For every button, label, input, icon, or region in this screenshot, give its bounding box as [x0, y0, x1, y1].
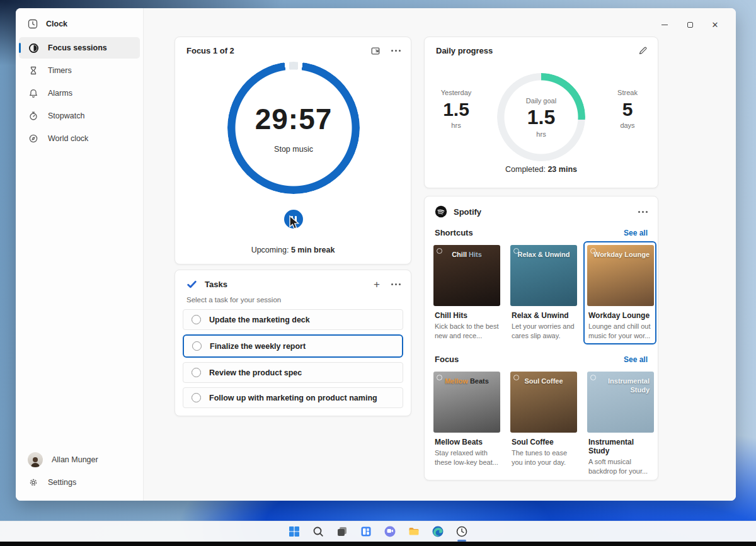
goal-label: Daily goal — [526, 97, 556, 105]
playlist-title: Instrumental Study — [587, 438, 653, 455]
upcoming-break-text: Upcoming: 5 min break — [175, 246, 411, 254]
sidebar-item-label: Timers — [48, 66, 72, 75]
task-row[interactable]: Follow up with marketing on product nami… — [183, 387, 403, 408]
maximize-button[interactable] — [680, 17, 699, 32]
search-icon[interactable] — [311, 524, 326, 539]
playlist-tile-mellow-beats[interactable]: Mellow Beats Mellow Beats Stay relaxed w… — [430, 368, 503, 480]
sidebar-item-focus-sessions[interactable]: Focus sessions — [19, 37, 140, 59]
playlist-title: Soul Coffee — [510, 438, 576, 446]
playlist-tile-soul-coffee[interactable]: Soul Coffee Soul Coffee The tunes to eas… — [507, 368, 580, 480]
sidebar-item-world-clock[interactable]: World clock — [19, 128, 140, 149]
sidebar-item-label: Focus sessions — [48, 43, 107, 52]
close-button[interactable]: ✕ — [706, 17, 724, 32]
task-label: Follow up with marketing on product nami… — [209, 394, 377, 402]
playlist-title: Mellow Beats — [433, 438, 499, 446]
clock-window: ✕ Clock Focus sessions Timers Alarms — [16, 8, 736, 501]
playlist-desc: A soft musical backdrop for your... — [587, 457, 653, 476]
tasks-subtitle: Select a task for your session — [175, 290, 411, 304]
focus-section-label: Focus — [435, 355, 459, 364]
task-label: Finalize the weekly report — [210, 342, 306, 351]
focus-timer-ring: 29:57 Stop music — [227, 62, 360, 194]
clock-app-taskbar-icon[interactable] — [454, 524, 469, 539]
todo-check-icon — [186, 279, 197, 290]
playlist-art: Chill Hits — [433, 245, 500, 306]
sidebar-footer: Allan Munger Settings — [16, 448, 143, 494]
stop-music-toggle[interactable]: Stop music — [274, 145, 313, 154]
sidebar-item-alarms[interactable]: Alarms — [19, 82, 140, 104]
playlist-tile-instrumental-study[interactable]: Instrumental Study Instrumental Study A … — [583, 368, 656, 480]
playlist-title: Relax & Unwind — [510, 311, 576, 320]
minimize-button[interactable] — [655, 17, 674, 32]
shortcuts-section-label: Shortcuts — [435, 228, 473, 237]
goal-value: 1.5 — [527, 106, 555, 129]
task-radio[interactable] — [192, 341, 202, 351]
playlist-desc: Lounge and chill out music for your wor.… — [587, 322, 653, 341]
playlist-tile-relax-unwind[interactable]: Relax & Unwind Relax & Unwind Let your w… — [507, 241, 580, 344]
start-button[interactable] — [287, 524, 302, 539]
focus-sessions-icon — [28, 42, 39, 54]
task-view-icon[interactable] — [335, 524, 350, 539]
window-controls: ✕ — [655, 17, 724, 32]
gear-icon — [28, 477, 39, 488]
streak-stat: Streak 5 days — [601, 89, 654, 129]
close-icon: ✕ — [712, 21, 719, 29]
playlist-tile-chill-hits[interactable]: Chill Hits Chill Hits Kick back to the b… — [430, 241, 503, 344]
playlist-tile-workday-lounge-selected[interactable]: Workday Lounge Workday Lounge Lounge and… — [583, 241, 656, 344]
spotify-menu-button[interactable] — [638, 211, 648, 213]
bell-icon — [28, 88, 39, 99]
focus-card-menu-button[interactable] — [391, 50, 401, 52]
compact-view-button[interactable] — [371, 47, 380, 55]
task-row-selected[interactable]: Finalize the weekly report — [183, 334, 403, 358]
sidebar-item-label: World clock — [48, 134, 88, 143]
playlist-art: Mellow Beats — [433, 372, 500, 433]
completed-text: Completed: 23 mins — [425, 165, 658, 174]
tasks-menu-button[interactable] — [391, 283, 401, 285]
focus-session-card: Focus 1 of 2 29:57 Stop music — [175, 37, 411, 264]
sidebar-item-stopwatch[interactable]: Stopwatch — [19, 105, 140, 127]
avatar — [28, 452, 43, 467]
maximize-icon — [687, 22, 693, 28]
shortcuts-see-all-link[interactable]: See all — [624, 229, 648, 237]
sidebar-item-timers[interactable]: Timers — [19, 60, 140, 81]
playlist-title: Chill Hits — [433, 311, 499, 320]
file-explorer-icon[interactable] — [406, 524, 421, 539]
tasks-card-title: Tasks — [205, 280, 227, 289]
sidebar-item-settings[interactable]: Settings — [19, 472, 140, 493]
task-radio[interactable] — [192, 368, 201, 377]
task-radio[interactable] — [192, 315, 201, 324]
spotify-card: Spotify Shortcuts See all Chill Hits Chi… — [424, 196, 658, 481]
task-label: Update the marketing deck — [209, 316, 310, 324]
daily-progress-title: Daily progress — [436, 46, 493, 55]
edge-browser-icon[interactable] — [430, 524, 445, 539]
edit-goal-button[interactable] — [638, 46, 648, 55]
yesterday-stat: Yesterday 1.5 hrs — [430, 89, 483, 129]
focus-card-title: Focus 1 of 2 — [186, 46, 234, 55]
task-radio[interactable] — [192, 393, 201, 402]
mouse-cursor — [288, 215, 302, 233]
screen-bottom-strip — [0, 542, 756, 546]
time-remaining: 29:57 — [255, 102, 333, 136]
stopwatch-icon — [28, 110, 39, 122]
user-name: Allan Munger — [52, 455, 98, 464]
sidebar: Clock Focus sessions Timers Alarms Stopw… — [16, 8, 144, 501]
task-row[interactable]: Review the product spec — [183, 362, 403, 383]
playlist-title: Workday Lounge — [587, 311, 653, 320]
user-profile[interactable]: Allan Munger — [19, 449, 140, 470]
add-task-button[interactable]: + — [374, 279, 380, 290]
sidebar-item-label: Stopwatch — [48, 111, 84, 120]
widgets-icon[interactable] — [358, 524, 374, 539]
playlist-desc: Let your worries and cares slip away. — [510, 322, 576, 341]
task-list: Update the marketing deck Finalize the w… — [175, 304, 411, 408]
tasks-card: Tasks + Select a task for your session U… — [175, 270, 411, 416]
app-title-row: Clock — [16, 8, 143, 36]
playlist-art: Workday Lounge — [587, 245, 654, 306]
focus-see-all-link[interactable]: See all — [624, 355, 648, 364]
teams-chat-icon[interactable] — [382, 524, 398, 539]
settings-label: Settings — [48, 478, 76, 487]
playlist-desc: The tunes to ease you into your day. — [510, 448, 576, 467]
task-row[interactable]: Update the marketing deck — [183, 309, 403, 330]
shortcuts-tiles: Chill Hits Chill Hits Kick back to the b… — [425, 237, 658, 344]
playlist-desc: Kick back to the best new and rece... — [433, 322, 499, 341]
minimize-icon — [662, 25, 668, 25]
sidebar-item-label: Alarms — [48, 89, 72, 98]
